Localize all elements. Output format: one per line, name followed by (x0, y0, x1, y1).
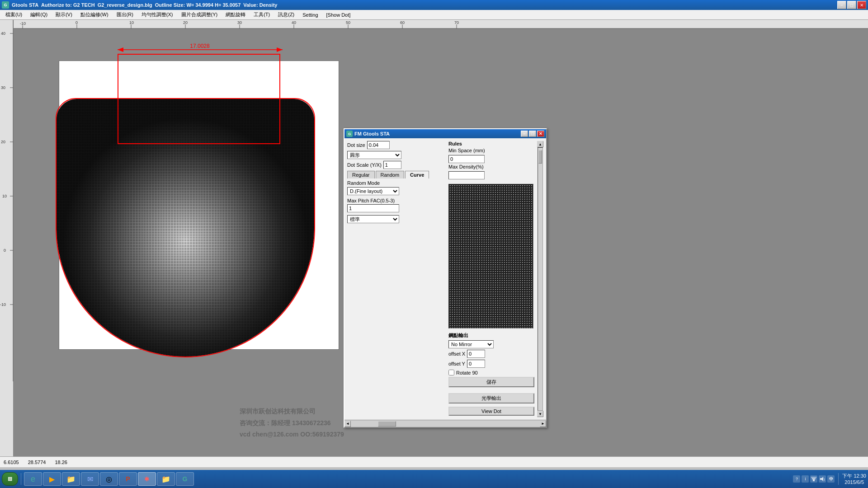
mail-icon: ✉ (87, 475, 93, 483)
hscroll-right-arrow[interactable]: ► (540, 421, 546, 427)
menu-showdot[interactable]: [Show Dot] (323, 11, 354, 19)
dot-scale-label: Dot Scale (Y/X) (347, 162, 382, 168)
view-dot-button[interactable]: View Dot (448, 407, 534, 416)
svg-text:-10: -10 (0, 302, 6, 307)
hscroll-left-arrow[interactable]: ◄ (344, 421, 351, 427)
optical-output-button[interactable]: 光學輸出 (448, 393, 534, 404)
menu-info[interactable]: 訊息(Z) (274, 10, 298, 19)
hscroll-track (351, 421, 540, 427)
tray-icon-volume: ) (819, 475, 826, 483)
menu-view[interactable]: 顯示(V) (52, 10, 76, 19)
svg-text:): ) (824, 478, 825, 481)
fm-panel-title: FM Gtools STA (354, 131, 390, 136)
menu-tools[interactable]: 工具(T) (250, 10, 274, 19)
mode-tabs: Regular Random Curve (347, 171, 446, 178)
svg-rect-37 (812, 478, 816, 479)
max-pitch-label: Max Pitch FAC(0.5-3) (347, 198, 446, 203)
standard-select[interactable]: 標準 選項1 選項2 (347, 215, 399, 223)
ie-icon: e (31, 474, 35, 484)
tab-curve[interactable]: Curve (405, 171, 429, 178)
cursor-z: 18.26 (55, 460, 67, 465)
fm-minimize-button[interactable]: − (521, 131, 528, 137)
dot-size-row: Dot size (347, 141, 446, 149)
min-space-label: Min Space (mm) (448, 148, 485, 153)
taskbar-app-gtools2[interactable]: G (176, 472, 194, 486)
taskbar-app-mail[interactable]: ✉ (81, 472, 99, 486)
panel-scrollbar: ▲ ▼ (537, 141, 543, 417)
start-button[interactable]: ⊞ (2, 472, 18, 486)
fm-right-panel: Rules Min Space (mm) Max Density(%) (448, 141, 534, 417)
menu-bar: 檔案(U) 編輯(Q) 顯示(V) 點位編修(W) 匯出(R) 均勻性調整(X)… (0, 10, 868, 20)
max-density-input[interactable] (448, 171, 485, 179)
offset-y-label: offset Y (448, 361, 465, 366)
fm-left-panel: Dot size 圓形 方形 橢圓 Dot Scale (Y/X) (347, 141, 446, 417)
window-authorize: Authorize to: G2 TECH (41, 2, 95, 8)
taskbar-app-media[interactable]: ▶ (43, 472, 61, 486)
cursor-x: 6.6105 (4, 460, 19, 465)
svg-text:30: 30 (1, 85, 5, 90)
menu-file[interactable]: 檔案(U) (2, 10, 26, 19)
svg-text:30: 30 (237, 20, 242, 25)
title-bar: G Gtools STA Authorize to: G2 TECH G2_re… (0, 0, 868, 10)
rotate-label: Rotate 90 (456, 370, 478, 375)
minimize-button[interactable]: − (837, 1, 846, 9)
shape-select[interactable]: 圓形 方形 橢圓 (347, 151, 401, 159)
window-title: Gtools STA (12, 2, 38, 8)
offset-x-input[interactable] (467, 350, 485, 358)
menu-setting[interactable]: Setting (299, 11, 321, 19)
taskbar-app-folder[interactable]: 📁 (62, 472, 80, 486)
start-icon: ⊞ (8, 476, 12, 482)
window-outline: Outline Size: W= 34.9994 H= 35.0057 (155, 2, 241, 8)
menu-compose[interactable]: 圖片合成調整(Y) (178, 10, 222, 19)
scroll-up-arrow[interactable]: ▲ (537, 141, 543, 147)
ppt-icon: P (126, 475, 130, 483)
taskbar-app-ppt[interactable]: P (119, 472, 137, 486)
max-density-row: Max Density(%) (448, 164, 534, 169)
ruler-left: 40 30 20 10 0 -10 (0, 20, 14, 467)
menu-edit[interactable]: 編輯(Q) (27, 10, 51, 19)
hscroll-thumb[interactable] (378, 421, 396, 427)
tray-icon-network (810, 475, 817, 483)
save-button[interactable]: 儲存 (448, 377, 534, 387)
scroll-down-arrow[interactable]: ▼ (537, 411, 543, 417)
explorer-icon: 📁 (161, 475, 170, 483)
dot-scale-input[interactable] (383, 161, 401, 169)
taskbar-app-explorer[interactable]: 📁 (157, 472, 175, 486)
window-value: Value: Density (243, 2, 277, 8)
fm-maximize-button[interactable]: □ (529, 131, 536, 137)
max-pitch-input[interactable] (347, 204, 399, 212)
scroll-thumb[interactable] (538, 150, 542, 164)
preview-area (448, 184, 533, 328)
svg-marker-34 (277, 47, 283, 52)
random-mode-select[interactable]: D.(Fine layout) A.(Coarse layout) B.(Med… (347, 187, 399, 195)
panel-hscrollbar: ◄ ► (344, 420, 546, 427)
menu-doteditor[interactable]: 點位編修(W) (77, 10, 112, 19)
shape-row: 圓形 方形 橢圓 (347, 151, 446, 159)
min-space-input[interactable] (448, 155, 485, 163)
max-pitch-section: Max Pitch FAC(0.5-3) (347, 198, 446, 212)
rotate-checkbox[interactable] (448, 370, 454, 375)
offset-y-input[interactable] (467, 360, 485, 368)
mirror-select[interactable]: No Mirror Mirror X Mirror Y Mirror XY (448, 340, 494, 348)
output-title: 鋼點輸出 (448, 332, 534, 339)
tab-regular[interactable]: Regular (347, 171, 375, 178)
chrome-icon: ◎ (106, 475, 112, 483)
menu-rotate[interactable]: 網點旋轉 (222, 10, 249, 19)
close-button[interactable]: ✕ (857, 1, 866, 9)
maximize-button[interactable]: □ (847, 1, 856, 9)
dot-size-input[interactable] (367, 141, 390, 149)
rules-section: Rules Min Space (mm) Max Density(%) (448, 141, 534, 179)
taskbar-app-ie[interactable]: e (24, 472, 42, 486)
status-bar: 6.6105 28.5774 18.26 (0, 456, 868, 467)
tab-random[interactable]: Random (376, 171, 405, 178)
clock-area[interactable]: 下午 12:30 2015/6/5 (842, 473, 866, 486)
menu-adjust[interactable]: 均勻性調整(X) (138, 10, 177, 19)
menu-export[interactable]: 匯出(R) (113, 10, 137, 19)
taskbar-divider-2 (838, 473, 839, 485)
taskbar-app-chrome[interactable]: ◎ (100, 472, 118, 486)
svg-marker-39 (820, 477, 823, 481)
fm-close-button[interactable]: ✕ (537, 131, 544, 137)
cursor-y: 28.5774 (28, 460, 46, 465)
svg-marker-33 (118, 47, 123, 52)
taskbar-app-gtools-active[interactable]: ✱ (138, 472, 156, 486)
